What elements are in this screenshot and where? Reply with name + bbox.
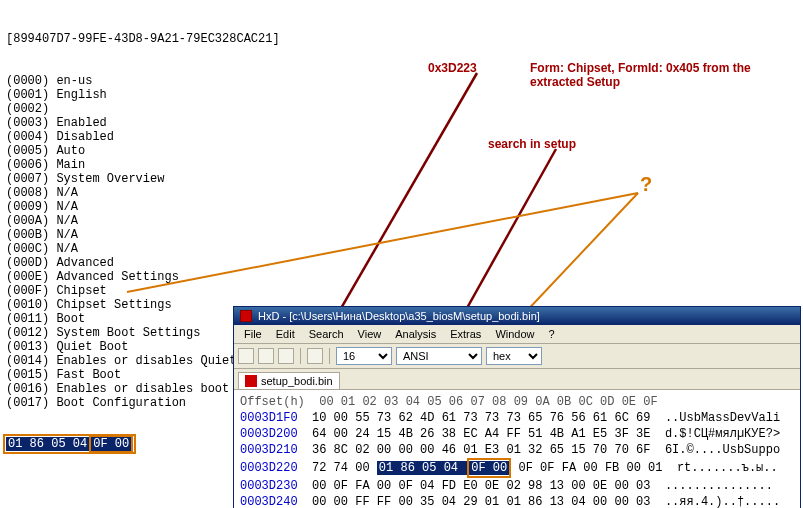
open-icon[interactable]	[258, 348, 274, 364]
setup-line: (000E) Advanced Settings	[6, 270, 797, 284]
hxd-title-text: HxD - [c:\Users\Нина\Desktop\a35_biosM\s…	[258, 310, 540, 322]
file-icon	[245, 375, 257, 387]
hex-row[interactable]: 0003D210 36 8C 02 00 00 00 46 01 E3 01 3…	[240, 442, 794, 458]
hxd-icon	[240, 310, 252, 322]
hex-row[interactable]: 0003D230 00 0F FA 00 0F 04 FD E0 0E 02 9…	[240, 478, 794, 494]
menu-search[interactable]: Search	[303, 327, 350, 341]
save-icon[interactable]	[278, 348, 294, 364]
refresh-icon[interactable]	[307, 348, 323, 364]
hxd-menubar: File Edit Search View Analysis Extras Wi…	[234, 325, 800, 344]
hxd-titlebar[interactable]: HxD - [c:\Users\Нина\Desktop\a35_biosM\s…	[234, 307, 800, 325]
setup-line: (000B) N/A	[6, 228, 797, 242]
bytes-highlighted: 01 86 05 04	[6, 437, 89, 451]
setup-line: (000A) N/A	[6, 214, 797, 228]
hex-row[interactable]: 0003D1F0 10 00 55 73 62 4D 61 73 73 73 6…	[240, 410, 794, 426]
setup-line: (0007) System Overview	[6, 172, 797, 186]
hex-view[interactable]: Offset(h) 00 01 02 03 04 05 06 07 08 09 …	[234, 390, 800, 508]
new-icon[interactable]	[238, 348, 254, 364]
encoding-select[interactable]: ANSI	[396, 347, 482, 365]
menu-help[interactable]: ?	[543, 327, 561, 341]
menu-analysis[interactable]: Analysis	[389, 327, 442, 341]
setup-line: (0005) Auto	[6, 144, 797, 158]
bytes-boxed: 0F 00	[89, 435, 133, 453]
menu-file[interactable]: File	[238, 327, 268, 341]
anno-hex-offset: 0x3D223	[428, 61, 477, 75]
cols-select[interactable]: 16	[336, 347, 392, 365]
tab-label: setup_bodi.bin	[261, 375, 333, 387]
setup-line: (0008) N/A	[6, 186, 797, 200]
hxd-window: HxD - [c:\Users\Нина\Desktop\a35_biosM\s…	[233, 306, 801, 508]
setup-line: (000D) Advanced	[6, 256, 797, 270]
menu-extras[interactable]: Extras	[444, 327, 487, 341]
base-select[interactable]: hex	[486, 347, 542, 365]
hex-row[interactable]: 0003D200 64 00 24 15 4B 26 38 EC A4 FF 5…	[240, 426, 794, 442]
setup-line: (0006) Main	[6, 158, 797, 172]
setup-line: (0004) Disabled	[6, 130, 797, 144]
setup-line: (000F) Chipset	[6, 284, 797, 298]
hxd-toolbar: 16 ANSI hex	[234, 344, 800, 369]
anno-form-info: Form: Chipset, FormId: 0x405 from the ex…	[530, 61, 790, 89]
menu-window[interactable]: Window	[489, 327, 540, 341]
hxd-tabstrip: setup_bodi.bin	[234, 369, 800, 390]
guid-header: [899407D7-99FE-43D8-9A21-79EC328CAC21]	[6, 32, 797, 46]
hex-header: Offset(h) 00 01 02 03 04 05 06 07 08 09 …	[240, 394, 794, 410]
hex-row[interactable]: 0003D220 72 74 00 01 86 05 04 0F 00 0F 0…	[240, 458, 794, 478]
setup-line: (0003) Enabled	[6, 116, 797, 130]
setup-line: (0002)	[6, 102, 797, 116]
hex-row[interactable]: 0003D240 00 00 FF FF 00 35 04 29 01 01 8…	[240, 494, 794, 508]
setup-line: (0001) English	[6, 88, 797, 102]
tab-file[interactable]: setup_bodi.bin	[238, 372, 340, 389]
menu-edit[interactable]: Edit	[270, 327, 301, 341]
setup-line: (0009) N/A	[6, 200, 797, 214]
anno-question: ?	[640, 173, 652, 196]
setup-line: (000C) N/A	[6, 242, 797, 256]
menu-view[interactable]: View	[352, 327, 388, 341]
anno-search: search in setup	[488, 137, 576, 151]
